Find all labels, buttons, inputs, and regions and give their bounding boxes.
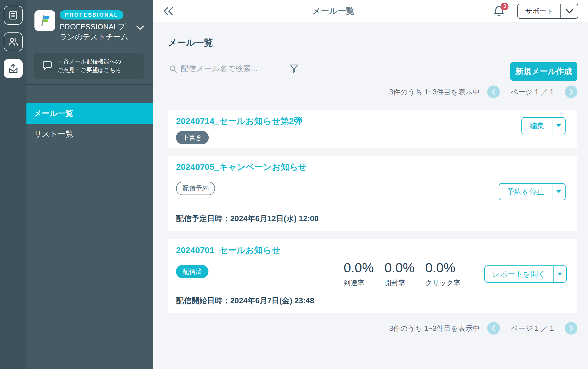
feedback-line2: ご意見・ご要望はこちら (57, 66, 121, 74)
stat-delivery-rate: 0.0% 到達率 (344, 260, 384, 288)
stat-click-rate: 0.0% クリック率 (425, 260, 466, 288)
app-root: PROFESSIONAL PROFESSIONALプランのテストチーム 一斉メー… (0, 0, 588, 369)
support-chevron-segment[interactable] (560, 4, 578, 18)
edit-button[interactable]: 編集 (522, 118, 552, 134)
email-stats: 0.0% 到達率 0.0% 開封率 0.0% クリック率 (344, 260, 466, 288)
feedback-text: 一斉メール配信機能への ご意見・ご要望はこちら (57, 57, 121, 74)
sidebar-item-list-list[interactable]: リスト一覧 (26, 124, 153, 144)
news-icon (8, 10, 18, 20)
badge-row: 下書き (176, 131, 566, 144)
search-field (168, 62, 281, 78)
open-report-button[interactable]: レポートを開く (485, 266, 553, 282)
chat-bubble-icon (41, 60, 53, 71)
plan-badge: PROFESSIONAL (60, 10, 123, 20)
email-title-link[interactable]: 20240701_セールお知らせ (176, 244, 281, 256)
page-indicator: ページ 1 ／ 1 (511, 87, 554, 97)
team-name: PROFESSIONALプランのテストチーム (60, 22, 131, 42)
rail-mail-button[interactable] (4, 59, 23, 78)
flag-logo-icon (38, 14, 51, 27)
nav-label: メール一覧 (34, 108, 73, 119)
page-title: メール一覧 (168, 37, 577, 49)
team-info: PROFESSIONAL PROFESSIONALプランのテストチーム (60, 10, 131, 42)
stat-label: 到達率 (344, 278, 384, 288)
chevron-down-icon (136, 25, 144, 30)
prev-page-button[interactable] (487, 322, 500, 335)
pagination-bottom: 3件のうち 1~3件目を表示中 ページ 1 ／ 1 (168, 322, 577, 335)
search-icon (169, 65, 177, 73)
double-chevron-left-icon (163, 7, 173, 15)
chevron-down-icon (566, 9, 573, 13)
toolbar: 新規メール作成 (168, 62, 577, 81)
chevron-left-icon (492, 325, 496, 331)
search-input[interactable] (181, 64, 279, 73)
caret-down-icon (556, 124, 561, 127)
next-page-button[interactable] (565, 86, 577, 98)
scheduled-datetime: 配信予定日時：2024年6月12日(水) 12:00 (176, 213, 319, 224)
users-icon (8, 37, 19, 47)
email-card-draft: 20240714_セールお知らせ第2弾 下書き 編集 (168, 110, 577, 148)
sidebar: PROFESSIONAL PROFESSIONALプランのテストチーム 一斉メー… (26, 0, 153, 369)
new-mail-button[interactable]: 新規メール作成 (510, 62, 577, 81)
status-badge-scheduled: 配信予約 (176, 182, 215, 195)
content: メール一覧 (153, 22, 588, 369)
nav-label: リスト一覧 (34, 129, 73, 139)
prev-page-button[interactable] (487, 86, 500, 98)
stop-schedule-button[interactable]: 予約を停止 (499, 184, 552, 200)
stat-value: 0.0% (384, 260, 425, 275)
collapse-sidebar-button[interactable] (163, 7, 173, 15)
chevron-right-icon (569, 89, 573, 95)
email-card-scheduled: 20240705_キャンペーンお知らせ 配信予約 配信予定日時：2024年6月1… (168, 156, 577, 231)
rail-news-button[interactable] (4, 6, 23, 25)
email-title-link[interactable]: 20240714_セールお知らせ第2弾 (176, 115, 302, 127)
funnel-icon (290, 64, 298, 73)
stat-open-rate: 0.0% 開封率 (384, 260, 425, 288)
page-indicator: ページ 1 ／ 1 (511, 324, 554, 333)
mail-send-icon (8, 63, 19, 74)
open-report-split-button[interactable]: レポートを開く (484, 265, 567, 283)
stat-value: 0.0% (425, 260, 466, 275)
edit-split-button[interactable]: 編集 (521, 117, 566, 134)
main-area: メール一覧 3 サポート (153, 0, 588, 369)
next-page-button[interactable] (565, 322, 577, 335)
status-badge-sent: 配信済 (176, 265, 208, 278)
stop-schedule-split-button[interactable]: 予約を停止 (499, 183, 566, 200)
caret-down-icon (558, 273, 562, 275)
rail-members-button[interactable] (4, 32, 23, 51)
stat-label: 開封率 (384, 278, 425, 288)
sidebar-item-mail-list[interactable]: メール一覧 (26, 103, 153, 124)
stop-schedule-dropdown-toggle[interactable] (552, 184, 565, 200)
email-card-sent: 20240701_セールお知らせ 配信済 0.0% 到達率 0.0% 開封率 0… (168, 239, 577, 313)
edit-dropdown-toggle[interactable] (552, 118, 565, 134)
filter-button[interactable] (290, 64, 298, 73)
chevron-left-icon (492, 89, 496, 95)
notifications-button[interactable]: 3 (493, 5, 505, 17)
stat-value: 0.0% (344, 260, 384, 275)
pagination-top: 3件のうち 1~3件目を表示中 ページ 1 ／ 1 (168, 86, 577, 98)
chevron-right-icon (569, 325, 573, 331)
pagination-summary: 3件のうち 1~3件目を表示中 (389, 324, 480, 333)
sidebar-nav: メール一覧 リスト一覧 (26, 103, 153, 144)
feedback-line1: 一斉メール配信機能への (57, 57, 121, 66)
sidebar-divider (26, 84, 153, 85)
stat-label: クリック率 (425, 278, 466, 288)
feedback-link[interactable]: 一斉メール配信機能への ご意見・ご要望はこちら (34, 53, 144, 79)
icon-rail (0, 0, 26, 369)
search-group (168, 62, 298, 78)
notification-count-badge: 3 (501, 3, 508, 10)
caret-down-icon (556, 190, 561, 193)
support-button[interactable]: サポート (517, 4, 578, 19)
support-label: サポート (518, 4, 560, 18)
open-report-dropdown-toggle[interactable] (553, 266, 566, 282)
topbar: メール一覧 3 サポート (153, 0, 588, 22)
email-title-link[interactable]: 20240705_キャンペーンお知らせ (176, 161, 307, 173)
pagination-summary: 3件のうち 1~3件目を表示中 (389, 87, 480, 97)
team-selector[interactable]: PROFESSIONAL PROFESSIONALプランのテストチーム (26, 0, 153, 42)
topbar-title: メール一覧 (173, 5, 493, 17)
brand-logo (34, 10, 55, 31)
status-badge-draft: 下書き (176, 131, 209, 144)
sent-datetime: 配信開始日時：2024年6月7日(金) 23:48 (176, 296, 314, 306)
